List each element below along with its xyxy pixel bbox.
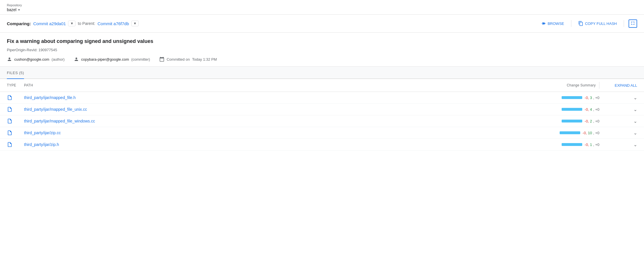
stat-plus: , +0	[593, 96, 599, 100]
files-section: FILES (5) Type Path Change Summary EXPAN…	[0, 67, 644, 151]
expand-all-button[interactable]: EXPAND ALL	[615, 83, 637, 88]
commit-from-dropdown[interactable]: ▼	[68, 21, 75, 26]
col-type-header: Type	[7, 83, 24, 87]
fullscreen-button[interactable]	[629, 19, 637, 28]
change-summary-cell: -0, 2 , +0	[525, 119, 599, 123]
calendar-icon	[159, 57, 164, 62]
change-summary-cell: -0, 10 , +0	[525, 131, 599, 135]
commit-title: Fix a warning about comparing signed and…	[7, 38, 637, 44]
change-stats: -0, 10 , +0	[583, 131, 599, 135]
repo-label: Repository	[7, 3, 637, 7]
file-row: third_party/ijar/mapped_file_unix.cc -0,…	[0, 104, 644, 115]
committed-date-meta: Committed on Today 1:32 PM	[159, 57, 217, 62]
stat-plus-num: 4	[590, 107, 592, 112]
file-path-cell: third_party/ijar/mapped_file_windows.cc	[24, 119, 525, 123]
files-tab[interactable]: FILES (5)	[7, 67, 24, 79]
files-table-header: Type Path Change Summary EXPAND ALL	[0, 79, 644, 92]
change-stats: -0, 1 , +0	[585, 143, 599, 147]
browse-button[interactable]: BROWSE	[539, 19, 567, 27]
row-expand-chevron[interactable]: ⌄	[633, 142, 637, 147]
copy-icon	[578, 21, 583, 26]
file-row: third_party/ijar/zip.h -0, 1 , +0 ⌄	[0, 139, 644, 151]
stat-minus: -0,	[585, 96, 589, 100]
repo-name-text: bazel	[7, 7, 16, 12]
top-bar: Repository bazel ▼	[0, 0, 644, 15]
file-icon	[7, 130, 13, 136]
stat-plus: , +0	[593, 131, 599, 135]
comparing-bar: Comparing: Commit a29da01 ▼ to Parent: C…	[0, 15, 644, 33]
change-summary-cell: -0, 4 , +0	[525, 107, 599, 112]
to-parent-label: to Parent:	[78, 21, 95, 26]
toolbar-divider	[571, 20, 571, 27]
author-meta: cushon@google.com (author)	[7, 57, 65, 62]
file-icon	[7, 95, 13, 100]
toolbar-divider-2	[624, 20, 624, 27]
committer-meta: copybara-piper@google.com (committer)	[74, 57, 150, 62]
file-path-cell: third_party/ijar/mapped_file.h	[24, 95, 525, 100]
commit-message: PiperOrigin-RevId: 190977545	[7, 48, 637, 52]
stat-plus: , +0	[593, 107, 599, 112]
file-path-cell: third_party/ijar/zip.cc	[24, 130, 525, 135]
file-type-cell	[7, 118, 24, 124]
person-icon	[7, 57, 12, 62]
file-path-cell: third_party/ijar/mapped_file_unix.cc	[24, 107, 525, 112]
change-stats: -0, 3 , +0	[585, 96, 599, 100]
row-expand-chevron[interactable]: ⌄	[633, 119, 637, 124]
change-bar	[562, 143, 582, 146]
row-expand-chevron[interactable]: ⌄	[633, 107, 637, 112]
toolbar-right: BROWSE COPY FULL HASH	[539, 19, 637, 28]
file-path-link[interactable]: third_party/ijar/mapped_file_windows.cc	[24, 119, 95, 123]
copy-hash-label: COPY FULL HASH	[585, 21, 617, 26]
row-expand-chevron[interactable]: ⌄	[633, 130, 637, 135]
stat-plus-num: 3	[590, 96, 592, 100]
files-tab-bar: FILES (5)	[0, 67, 644, 79]
repo-name: bazel ▼	[7, 7, 637, 12]
file-row: third_party/ijar/zip.cc -0, 10 , +0 ⌄	[0, 127, 644, 139]
row-expand-chevron[interactable]: ⌄	[633, 95, 637, 100]
change-stats: -0, 4 , +0	[585, 107, 599, 112]
file-type-cell	[7, 106, 24, 112]
file-path-link[interactable]: third_party/ijar/mapped_file.h	[24, 95, 76, 100]
comparing-label: Comparing:	[7, 21, 31, 26]
file-path-link[interactable]: third_party/ijar/mapped_file_unix.cc	[24, 107, 87, 112]
change-bar	[562, 96, 582, 99]
stat-minus: -0,	[583, 131, 587, 135]
change-bar	[562, 108, 582, 111]
col-divider	[599, 82, 599, 89]
stat-minus: -0,	[585, 119, 589, 123]
commit-info: Fix a warning about comparing signed and…	[0, 33, 644, 67]
change-bar	[562, 120, 582, 122]
file-icon	[7, 142, 13, 147]
copy-hash-button[interactable]: COPY FULL HASH	[576, 19, 619, 28]
col-summary-header: Change Summary	[521, 83, 596, 87]
repo-dropdown-chevron[interactable]: ▼	[17, 8, 20, 11]
committer-email: copybara-piper@google.com	[81, 57, 129, 62]
chevron-cell: ⌄	[603, 95, 637, 100]
chevron-cell: ⌄	[603, 130, 637, 136]
file-row: third_party/ijar/mapped_file_windows.cc …	[0, 115, 644, 127]
change-stats: -0, 2 , +0	[585, 119, 599, 123]
col-path-header: Path	[24, 83, 521, 87]
file-row: third_party/ijar/mapped_file.h -0, 3 , +…	[0, 92, 644, 104]
commit-from-link[interactable]: Commit a29da01	[33, 21, 66, 26]
committed-date: Today 1:32 PM	[192, 57, 217, 62]
file-type-cell	[7, 142, 24, 147]
fullscreen-icon	[630, 21, 635, 26]
committer-role: (committer)	[131, 57, 150, 62]
commit-to-link[interactable]: Commit a76f7db	[98, 21, 129, 26]
committed-label: Committed on	[167, 57, 190, 62]
commit-to-dropdown[interactable]: ▼	[131, 21, 139, 26]
chevron-cell: ⌄	[603, 107, 637, 112]
stat-plus: , +0	[593, 143, 599, 147]
file-icon	[7, 118, 13, 124]
browse-icon	[541, 21, 546, 26]
file-rows-container: third_party/ijar/mapped_file.h -0, 3 , +…	[0, 92, 644, 151]
file-path-link[interactable]: third_party/ijar/zip.cc	[24, 130, 61, 135]
browse-label: BROWSE	[548, 21, 564, 26]
file-type-cell	[7, 130, 24, 136]
file-icon	[7, 106, 13, 112]
stat-plus-num: 2	[590, 119, 592, 123]
stat-plus: , +0	[593, 119, 599, 123]
file-path-link[interactable]: third_party/ijar/zip.h	[24, 142, 59, 147]
committer-person-icon	[74, 57, 79, 62]
